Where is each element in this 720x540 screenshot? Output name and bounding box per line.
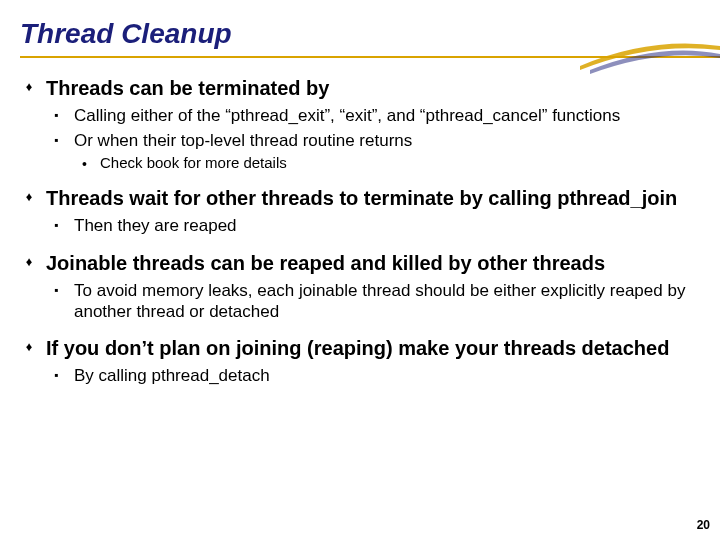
bullet-4-text: If you don’t plan on joining (reaping) m… [34, 336, 696, 361]
bullet-icon: • [82, 156, 92, 173]
diamond-icon: ♦ [24, 189, 34, 205]
square-icon: ▪ [54, 133, 64, 147]
diamond-icon: ♦ [24, 254, 34, 270]
square-icon: ▪ [54, 368, 64, 382]
bullet-4-sub-1-text: By calling pthread_detach [64, 365, 696, 386]
bullet-3-text: Joinable threads can be reaped and kille… [34, 251, 696, 276]
bullet-1-sub-1-text: Calling either of the “pthread_exit”, “e… [64, 105, 696, 126]
bullet-1-sub-2-a-text: Check book for more details [92, 154, 696, 173]
bullet-1: ♦ Threads can be terminated by [24, 76, 696, 101]
bullet-2-sub-1: ▪ Then they are reaped [24, 215, 696, 236]
bullet-3: ♦ Joinable threads can be reaped and kil… [24, 251, 696, 276]
bullet-1-sub-2-text: Or when their top-level thread routine r… [64, 130, 696, 151]
bullet-1-sub-2-a: • Check book for more details [24, 154, 696, 173]
bullet-3-sub-1: ▪ To avoid memory leaks, each joinable t… [24, 280, 696, 323]
bullet-4: ♦ If you don’t plan on joining (reaping)… [24, 336, 696, 361]
bullet-4-sub-1: ▪ By calling pthread_detach [24, 365, 696, 386]
square-icon: ▪ [54, 218, 64, 232]
swoosh-graphic [580, 36, 720, 76]
slide: Thread Cleanup ♦ Threads can be terminat… [0, 0, 720, 540]
diamond-icon: ♦ [24, 339, 34, 355]
bullet-1-text: Threads can be terminated by [34, 76, 696, 101]
bullet-2: ♦ Threads wait for other threads to term… [24, 186, 696, 211]
bullet-2-sub-1-text: Then they are reaped [64, 215, 696, 236]
bullet-1-sub-1: ▪ Calling either of the “pthread_exit”, … [24, 105, 696, 126]
page-number: 20 [697, 518, 710, 532]
diamond-icon: ♦ [24, 79, 34, 95]
title-rule [0, 54, 720, 64]
bullet-1-sub-2: ▪ Or when their top-level thread routine… [24, 130, 696, 151]
square-icon: ▪ [54, 283, 64, 297]
square-icon: ▪ [54, 108, 64, 122]
bullet-2-text: Threads wait for other threads to termin… [34, 186, 696, 211]
content-area: ♦ Threads can be terminated by ▪ Calling… [0, 76, 720, 386]
bullet-3-sub-1-text: To avoid memory leaks, each joinable thr… [64, 280, 696, 323]
